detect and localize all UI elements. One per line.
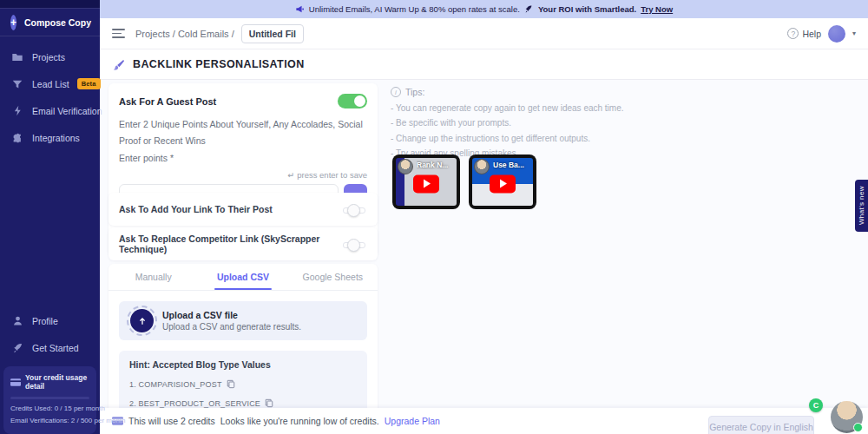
copy-icon[interactable] bbox=[227, 379, 235, 389]
guest-post-label: Ask For A Guest Post bbox=[119, 96, 216, 107]
hint-value: 2. BEST_PRODUCT_OR_SERVICE bbox=[129, 399, 260, 408]
file-name-input[interactable] bbox=[241, 24, 304, 43]
sidebar-top-strip bbox=[0, 0, 100, 8]
video-title: Rank N... bbox=[417, 161, 455, 169]
credit-divider bbox=[10, 397, 89, 399]
banner-try-now-link[interactable]: Try Now bbox=[641, 4, 673, 14]
banner-message: Unlimited Emails, AI Warm Up & 80% open … bbox=[309, 4, 520, 14]
chevron-down-icon[interactable]: ▾ bbox=[852, 30, 856, 37]
presenter-avatar bbox=[398, 159, 413, 174]
promo-banner: Unlimited Emails, AI Warm Up & 80% open … bbox=[100, 0, 868, 18]
banner-emphasis: Your ROI with Smartlead. bbox=[538, 4, 636, 14]
footer-upgrade-plan-link[interactable]: Upgrade Plan bbox=[385, 416, 440, 426]
tip-item: - Change up the instructions to get diff… bbox=[391, 134, 755, 143]
presenter-avatar bbox=[474, 159, 490, 174]
upload-subtitle: Upload a CSV and generate results. bbox=[162, 322, 301, 332]
credit-note: This will use 2 credits bbox=[128, 416, 215, 426]
tips-title: Tips: bbox=[405, 87, 424, 97]
generate-copy-button[interactable]: Generate Copy in English bbox=[708, 416, 814, 434]
replace-competitor-label: Ask To Replace Competitor Link (SkyScrap… bbox=[119, 233, 338, 254]
copy-icon[interactable] bbox=[265, 398, 273, 408]
footer-bar: This will use 2 credits Looks like you'r… bbox=[100, 408, 868, 434]
sidebar-item-label: Lead List bbox=[32, 79, 69, 89]
tab-google-sheets[interactable]: Google Sheets bbox=[288, 264, 378, 290]
sidebar-item-profile[interactable]: Profile bbox=[0, 307, 100, 334]
megaphone-icon bbox=[295, 4, 305, 14]
video-title: Use Ba... bbox=[493, 161, 531, 169]
credit-usage-panel: Your credit usage detail Credits Used: 0… bbox=[3, 366, 96, 434]
add-link-toggle-row: Ask To Add Your Link To Their Post bbox=[108, 193, 378, 226]
hint-value: 1. COMPARISION_POST bbox=[129, 380, 222, 389]
sidebar-item-email-verification[interactable]: Email Verification bbox=[0, 97, 100, 124]
tab-bar: Manually Upload CSV Google Sheets bbox=[108, 264, 378, 291]
enter-hint-text: press enter to save bbox=[297, 170, 367, 180]
rocket-icon bbox=[524, 4, 534, 14]
low-credits-warning: Looks like you're running low of credits… bbox=[220, 416, 379, 426]
user-avatar[interactable] bbox=[828, 25, 845, 43]
beta-badge: Beta bbox=[77, 78, 101, 89]
whats-new-tab[interactable]: What's new bbox=[855, 180, 868, 232]
tip-item: - You can regenerate copy again to get n… bbox=[391, 103, 755, 113]
sidebar-item-get-started[interactable]: Get Started bbox=[0, 334, 100, 361]
credits-used-text: Credits Used: 0 / 15 per month bbox=[10, 404, 89, 412]
sidebar-item-compose-copy[interactable]: + Compose Copy bbox=[0, 8, 100, 36]
video-thumbnail[interactable]: Rank N... bbox=[392, 155, 460, 209]
page-title: BACKLINK PERSONALISATION bbox=[133, 58, 305, 70]
replace-competitor-toggle-row: Ask To Replace Competitor Link (SkyScrap… bbox=[108, 227, 378, 260]
sidebar-item-integrations[interactable]: Integrations bbox=[0, 124, 100, 151]
folder-icon bbox=[10, 50, 24, 64]
tab-manually[interactable]: Manually bbox=[108, 264, 198, 290]
chat-agent-avatar[interactable] bbox=[831, 401, 863, 433]
credit-usage-title: Your credit usage detail bbox=[25, 373, 89, 391]
top-header: Projects / Cold Emails / ? Help ▾ bbox=[100, 18, 868, 49]
chat-widget-icon[interactable]: C bbox=[809, 398, 823, 412]
menu-icon[interactable] bbox=[112, 29, 125, 38]
credit-card-icon bbox=[10, 378, 21, 386]
funnel-icon bbox=[10, 77, 24, 91]
guest-post-toggle[interactable] bbox=[338, 94, 367, 108]
enter-points-label: Enter points * bbox=[119, 150, 367, 167]
tab-upload-csv[interactable]: Upload CSV bbox=[198, 264, 287, 290]
sidebar-item-label: Email Verification bbox=[32, 106, 102, 116]
rocket-icon bbox=[10, 341, 24, 355]
sidebar-item-label: Projects bbox=[32, 52, 65, 62]
sidebar-bottom: Profile Get Started Your credit usage de… bbox=[0, 307, 100, 434]
question-icon: ? bbox=[787, 28, 799, 39]
sidebar-item-label: Compose Copy bbox=[24, 17, 91, 28]
tip-item: - Be specific with your prompts. bbox=[391, 118, 755, 128]
sidebar-item-label: Profile bbox=[32, 316, 58, 326]
sidebar-item-label: Get Started bbox=[32, 343, 79, 353]
main-content: Ask For A Guest Post Enter 2 Unique Poin… bbox=[100, 80, 868, 408]
brush-icon bbox=[112, 58, 125, 71]
info-icon: i bbox=[391, 87, 401, 97]
add-link-toggle[interactable] bbox=[338, 202, 367, 217]
youtube-play-icon[interactable] bbox=[490, 174, 516, 193]
email-verifications-text: Email Verifications: 2 / 500 per month bbox=[10, 417, 89, 424]
youtube-play-icon[interactable] bbox=[413, 174, 439, 193]
help-label: Help bbox=[802, 29, 821, 39]
puzzle-icon bbox=[10, 131, 24, 145]
upload-title: Upload a CSV file bbox=[162, 310, 301, 320]
whats-new-label: What's new bbox=[858, 186, 865, 225]
upload-arrow-icon bbox=[130, 309, 154, 332]
enter-key-icon: ↵ bbox=[288, 170, 295, 180]
app-window: + Compose Copy Projects Lead List Beta E… bbox=[0, 0, 868, 434]
sidebar-item-lead-list[interactable]: Lead List Beta bbox=[0, 70, 100, 97]
sidebar: + Compose Copy Projects Lead List Beta E… bbox=[0, 0, 100, 434]
help-button[interactable]: ? Help bbox=[787, 28, 821, 39]
person-icon bbox=[10, 314, 24, 328]
replace-competitor-toggle[interactable] bbox=[338, 237, 367, 252]
tutorial-videos: Rank N... Use Ba... bbox=[392, 155, 536, 209]
page-title-row: BACKLINK PERSONALISATION bbox=[100, 49, 868, 80]
lightning-icon bbox=[10, 104, 24, 118]
add-link-label: Ask To Add Your Link To Their Post bbox=[119, 204, 273, 214]
plus-circle-icon: + bbox=[10, 15, 16, 30]
guest-post-description: Enter 2 Unique Points About Yourself, An… bbox=[119, 116, 367, 150]
sidebar-item-label: Integrations bbox=[32, 133, 80, 143]
csv-upload-dropzone[interactable]: Upload a CSV file Upload a CSV and gener… bbox=[119, 301, 367, 340]
sidebar-item-projects[interactable]: Projects bbox=[0, 43, 100, 70]
tips-panel: i Tips: - You can regenerate copy again … bbox=[391, 87, 755, 158]
video-thumbnail[interactable]: Use Ba... bbox=[469, 155, 536, 209]
breadcrumb[interactable]: Projects / Cold Emails / bbox=[135, 29, 234, 39]
hint-title: Hint: Accepted Blog Type Values bbox=[129, 359, 357, 370]
